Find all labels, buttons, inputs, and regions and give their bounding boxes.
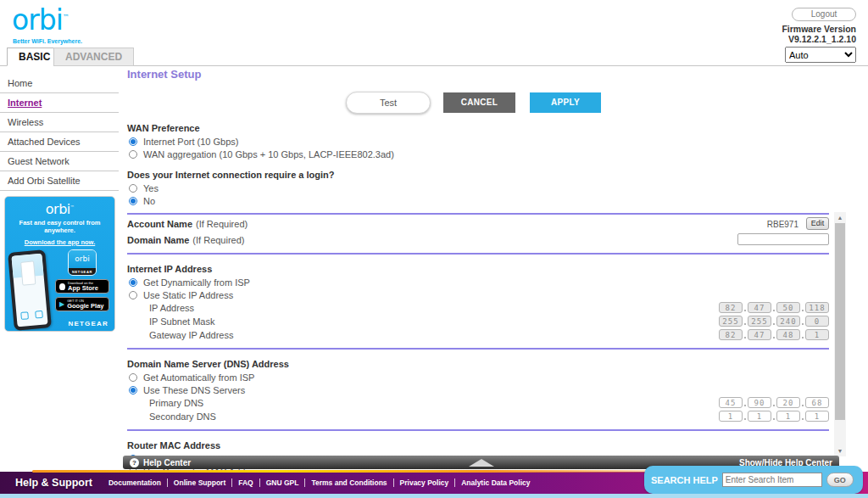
cancel-button[interactable]: CANCEL bbox=[443, 92, 515, 113]
primary-dns-octet-input[interactable] bbox=[748, 397, 771, 408]
secondary-dns-octet-input[interactable] bbox=[805, 411, 829, 422]
footer-link-online-support[interactable]: Online Support bbox=[167, 478, 231, 487]
radio-option-dynamic-ip[interactable]: Get Dynamically from ISP bbox=[127, 276, 829, 288]
primary-dns-octet-input[interactable] bbox=[719, 397, 743, 408]
secondary-dns-octet-input[interactable] bbox=[776, 411, 800, 422]
primary-dns-label: Primary DNS bbox=[149, 398, 203, 408]
sidebar-item-wireless[interactable]: Wireless bbox=[0, 113, 119, 132]
radio-button[interactable] bbox=[129, 137, 137, 146]
ip-octet-input[interactable] bbox=[776, 302, 800, 313]
tab-advanced[interactable]: ADVANCED bbox=[53, 48, 134, 66]
internet-setup-panel: Internet Setup Test CANCEL APPLY WAN Pre… bbox=[127, 68, 829, 498]
section-divider bbox=[127, 429, 829, 431]
help-search-input[interactable] bbox=[722, 473, 822, 487]
radio-option-login-yes[interactable]: Yes bbox=[127, 182, 829, 194]
apple-icon bbox=[59, 283, 65, 290]
radio-option-wan-aggregation[interactable]: WAN aggregation (10 Gbps + 10 Gbps, LACP… bbox=[127, 148, 829, 160]
sidebar-item-add-orbi-satellite[interactable]: Add Orbi Satellite bbox=[0, 171, 119, 191]
ip-octet-input[interactable] bbox=[719, 302, 743, 313]
footer-link-analytic-data[interactable]: Analytic Data Policy bbox=[454, 478, 536, 487]
footer-link-faq[interactable]: FAQ bbox=[231, 478, 259, 487]
radio-button[interactable] bbox=[129, 291, 137, 299]
radio-label: Use These DNS Servers bbox=[143, 385, 245, 395]
go-button[interactable]: GO bbox=[826, 473, 854, 487]
help-center-label[interactable]: Help Center bbox=[143, 458, 191, 467]
firmware-version-value: V9.12.2.1_1.2.10 bbox=[782, 34, 856, 44]
logo-tagline: Better WiFi. Everywhere. bbox=[13, 38, 82, 44]
secondary-dns-row: Secondary DNS bbox=[127, 410, 829, 423]
radio-button[interactable] bbox=[129, 386, 137, 394]
wan-preference-label: WAN Preference bbox=[127, 123, 829, 135]
radio-option-dns-auto[interactable]: Get Automatically from ISP bbox=[127, 371, 829, 383]
gateway-octet-input[interactable] bbox=[719, 329, 743, 340]
phone-image bbox=[8, 249, 52, 330]
router-mac-label: Router MAC Address bbox=[127, 440, 829, 452]
footer-link-privacy[interactable]: Privacy Policy bbox=[393, 478, 455, 487]
scroll-up-arrow-icon[interactable]: ▲ bbox=[834, 212, 846, 223]
app-store-badge[interactable]: Download on the App Store bbox=[55, 279, 109, 294]
ip-octet-input[interactable] bbox=[748, 302, 771, 313]
footer-link-terms[interactable]: Terms and Conditions bbox=[304, 478, 392, 487]
gateway-octet-input[interactable] bbox=[776, 329, 800, 340]
radio-label: Yes bbox=[143, 183, 159, 193]
edit-button[interactable]: Edit bbox=[806, 217, 829, 230]
domain-name-input[interactable] bbox=[737, 233, 829, 245]
secondary-dns-label: Secondary DNS bbox=[149, 411, 216, 422]
subnet-octet-input[interactable] bbox=[719, 316, 743, 327]
radio-button[interactable] bbox=[129, 184, 137, 193]
secondary-dns-octet-input[interactable] bbox=[748, 411, 771, 422]
internet-ip-label: Internet IP Address bbox=[127, 264, 829, 276]
domain-name-row: Domain Name (If Required) bbox=[127, 233, 829, 247]
primary-dns-octet-input[interactable] bbox=[805, 397, 829, 408]
orbi-app-icon: orbi NETGEAR bbox=[68, 249, 97, 276]
expand-arrow-icon[interactable] bbox=[469, 459, 494, 467]
scrollbar-thumb[interactable] bbox=[835, 223, 845, 420]
subnet-octet-input[interactable] bbox=[748, 316, 771, 327]
radio-label: Use Static IP Address bbox=[143, 290, 233, 300]
tab-bar: BASIC ADVANCED bbox=[0, 48, 868, 66]
phone-screen bbox=[11, 254, 47, 327]
phone-app-icon bbox=[20, 311, 29, 320]
secondary-dns-octet-input[interactable] bbox=[719, 411, 743, 422]
radio-option-internet-port[interactable]: Internet Port (10 Gbps) bbox=[127, 135, 829, 148]
radio-label: Get Automatically from ISP bbox=[143, 372, 254, 383]
footer-link-documentation[interactable]: Documentation bbox=[103, 478, 167, 487]
logout-button[interactable]: Logout bbox=[792, 8, 856, 21]
radio-button[interactable] bbox=[129, 278, 137, 287]
gateway-octet-input[interactable] bbox=[805, 329, 829, 340]
ip-address-label: IP Address bbox=[149, 303, 194, 313]
radio-label: Internet Port (10 Gbps) bbox=[143, 137, 239, 147]
action-buttons-row: Test CANCEL APPLY bbox=[127, 92, 829, 114]
sidebar-item-internet[interactable]: Internet bbox=[0, 93, 119, 113]
radio-option-login-no[interactable]: No bbox=[127, 194, 829, 207]
help-support-title: Help & Support bbox=[15, 477, 92, 489]
google-play-badge[interactable]: ▶ GET IT ON Google Play bbox=[55, 297, 109, 311]
radio-option-dns-manual[interactable]: Use These DNS Servers bbox=[127, 383, 829, 396]
radio-button[interactable] bbox=[129, 373, 137, 382]
ip-subnet-mask-row: IP Subnet Mask bbox=[127, 315, 829, 328]
ip-subnet-mask-label: IP Subnet Mask bbox=[149, 316, 214, 327]
login-question-label: Does your Internet connection require a … bbox=[127, 170, 829, 182]
trademark: ™ bbox=[63, 14, 70, 21]
radio-option-static-ip[interactable]: Use Static IP Address bbox=[127, 288, 829, 301]
subnet-octet-input[interactable] bbox=[805, 316, 829, 327]
play-icon: ▶ bbox=[59, 301, 64, 308]
gateway-ip-row: Gateway IP Address bbox=[127, 328, 829, 342]
sidebar-item-guest-network[interactable]: Guest Network bbox=[0, 152, 119, 171]
promo-download-link[interactable]: Download the app now. bbox=[5, 238, 114, 246]
radio-button[interactable] bbox=[129, 197, 137, 205]
account-name-value: RBE971 bbox=[767, 220, 798, 229]
sidebar-item-attached-devices[interactable]: Attached Devices bbox=[0, 132, 119, 152]
primary-dns-octet-input[interactable] bbox=[776, 397, 800, 408]
gateway-octet-input[interactable] bbox=[748, 329, 771, 340]
ip-octet-input[interactable] bbox=[805, 302, 829, 313]
sidebar-item-home[interactable]: Home bbox=[0, 74, 119, 93]
subnet-octet-input[interactable] bbox=[776, 316, 800, 327]
radio-button[interactable] bbox=[129, 150, 137, 159]
vertical-scrollbar[interactable]: ▲ ▼ bbox=[834, 212, 846, 456]
section-divider bbox=[127, 348, 829, 350]
footer-link-gnu-gpl[interactable]: GNU GPL bbox=[259, 478, 305, 487]
apply-button[interactable]: APPLY bbox=[530, 92, 601, 113]
promo-headline: Fast and easy control from anywhere. bbox=[5, 219, 114, 234]
test-button[interactable]: Test bbox=[346, 92, 431, 114]
